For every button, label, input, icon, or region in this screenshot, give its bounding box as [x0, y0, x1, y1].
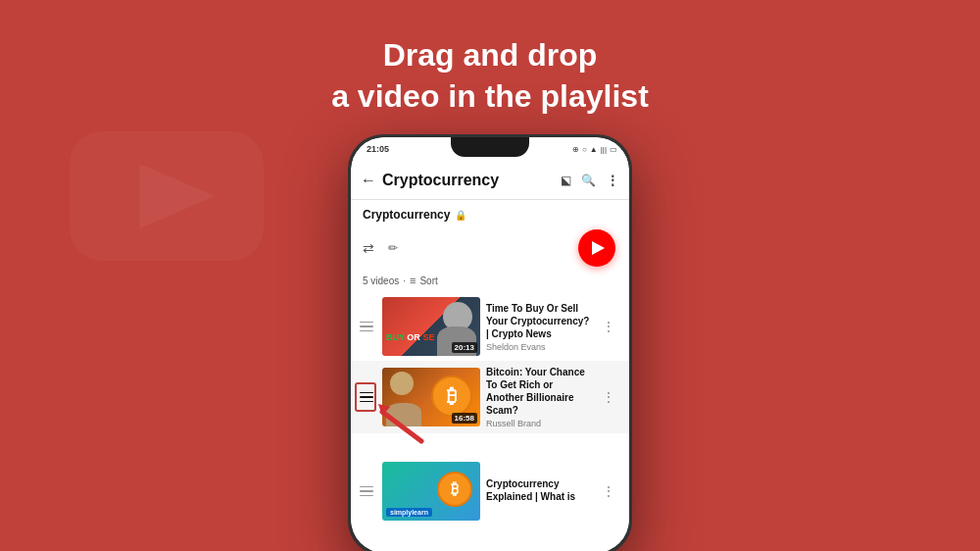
video-menu-1[interactable]: ⋮	[598, 315, 619, 338]
video-title-1: Time To Buy Or Sell Your Cryptocurrency?…	[486, 302, 592, 340]
drag-handle-2[interactable]	[357, 388, 376, 407]
status-icons: ⊕ ○ ▲ ||| ▭	[572, 145, 617, 154]
phone-screen: 21:05 ⊕ ○ ▲ ||| ▭ ← Cryptocurrency ⬕ 🔍 ⋮	[351, 137, 629, 551]
playlist-controls: ⇄ ✏	[351, 225, 629, 271]
drag-handle-1[interactable]	[357, 318, 376, 336]
header-section: Drag and drop a video in the playlist	[331, 35, 649, 117]
sort-row: 5 videos · ≡ Sort	[351, 271, 629, 292]
video-title-2: Bitcoin: Your Chance To Get Rich or Anot…	[486, 366, 592, 417]
back-button[interactable]: ←	[361, 172, 376, 189]
video-thumb-3: simplylearn ₿	[382, 462, 480, 521]
dot-separator: ·	[403, 276, 406, 286]
video-title-3: Cryptocurrency Explained | What is	[486, 477, 592, 503]
phone-device: 21:05 ⊕ ○ ▲ ||| ▭ ← Cryptocurrency ⬕ 🔍 ⋮	[348, 134, 632, 551]
battery-icon: ▭	[610, 145, 617, 154]
video-duration-1: 20:13	[452, 342, 477, 353]
video-info-1: Time To Buy Or Sell Your Cryptocurrency?…	[486, 302, 592, 352]
sort-icon: ≡	[410, 275, 416, 286]
app-bar: ← Cryptocurrency ⬕ 🔍 ⋮	[351, 161, 629, 200]
video-item-2[interactable]: ₿ 16:58 Bitcoin: Your Chance To Get Rich…	[351, 361, 629, 433]
lock-icon: 🔒	[455, 210, 466, 221]
phone-notch	[451, 137, 529, 157]
video-duration-2: 16:58	[452, 413, 477, 424]
video-menu-2[interactable]: ⋮	[598, 385, 619, 409]
status-icon-signal: |||	[601, 145, 607, 154]
status-time: 21:05	[367, 144, 389, 154]
more-menu-icon[interactable]: ⋮	[606, 173, 619, 188]
video-thumb-2: ₿ 16:58	[382, 368, 480, 426]
app-bar-title: Cryptocurrency	[382, 172, 555, 189]
video-count-label: 5 videos	[363, 276, 399, 286]
video-info-3: Cryptocurrency Explained | What is	[486, 477, 592, 505]
drag-handle-3[interactable]	[357, 482, 376, 501]
yt-watermark	[59, 118, 274, 275]
shuffle-icon[interactable]: ⇄	[363, 240, 374, 256]
headline: Drag and drop a video in the playlist	[331, 35, 649, 117]
play-all-button[interactable]	[578, 229, 615, 267]
status-icon-bt: ○	[582, 145, 587, 154]
phone-body: 21:05 ⊕ ○ ▲ ||| ▭ ← Cryptocurrency ⬕ 🔍 ⋮	[348, 134, 632, 551]
app-bar-actions: ⬕ 🔍 ⋮	[561, 173, 619, 188]
sort-label[interactable]: Sort	[419, 276, 437, 286]
cast-icon[interactable]: ⬕	[561, 174, 571, 187]
video-info-2: Bitcoin: Your Chance To Get Rich or Anot…	[486, 366, 592, 428]
playlist-header: Cryptocurrency 🔒	[351, 200, 629, 225]
edit-icon[interactable]: ✏	[388, 241, 398, 255]
status-icon-alarm: ⊕	[572, 145, 579, 154]
video-item-3[interactable]: simplylearn ₿ Cryptocurrency Explained |…	[351, 457, 629, 526]
search-icon[interactable]: 🔍	[581, 174, 596, 187]
playlist-title: Cryptocurrency	[363, 208, 450, 222]
video-item-1[interactable]: BUY OR SE 20:13 Time To Buy Or Sell Your…	[351, 292, 629, 361]
video-list: BUY OR SE 20:13 Time To Buy Or Sell Your…	[351, 292, 629, 526]
video-menu-3[interactable]: ⋮	[598, 479, 619, 503]
video-channel-2: Russell Brand	[486, 419, 592, 428]
video-channel-1: Sheldon Evans	[486, 342, 592, 352]
video-thumb-1: BUY OR SE 20:13	[382, 297, 480, 356]
status-icon-wifi: ▲	[590, 145, 598, 154]
